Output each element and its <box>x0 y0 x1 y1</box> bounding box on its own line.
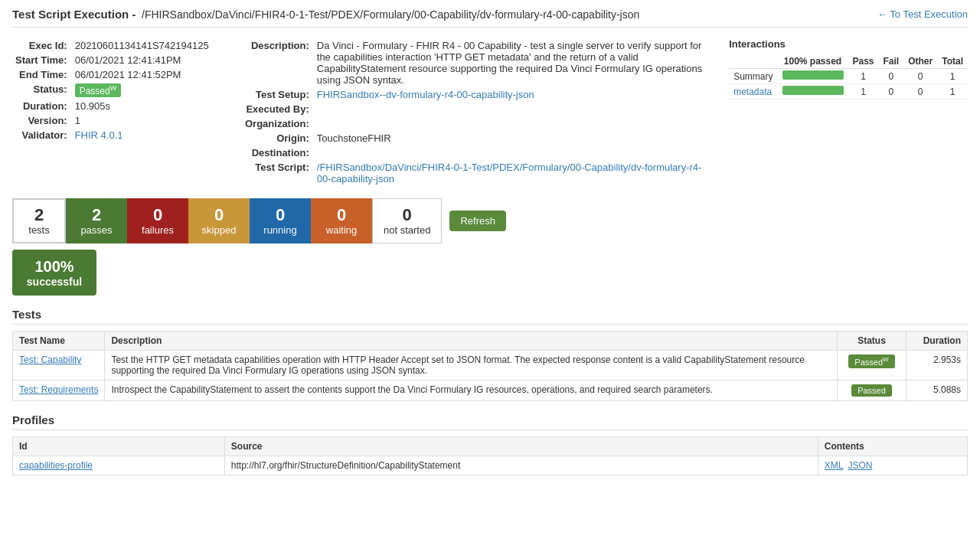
tests-label: tests <box>28 224 49 236</box>
desc-value: Da Vinci - Formulary - FHIR R4 - 00 Capa… <box>314 38 714 87</box>
organization-label: Organization: <box>242 116 314 131</box>
test-script-value: /FHIRSandbox/DaVinci/FHIR4-0-1-Test/PDEX… <box>314 160 714 186</box>
test-description: Test the HTTP GET metadata capabilities … <box>105 351 838 381</box>
tests-table: Test Name Description Status Duration Te… <box>12 331 968 401</box>
status-label: Status: <box>12 82 72 99</box>
exec-id-value: 20210601134141S742194125 <box>72 38 212 53</box>
desc-label: Description: <box>242 38 314 87</box>
test-name-link[interactable]: Test: Requirements <box>19 384 98 395</box>
passes-stat: 2 passes <box>66 198 127 243</box>
tests-num: 2 <box>34 206 44 224</box>
test-status: PassedW <box>838 351 906 381</box>
col-status: Status <box>838 332 906 351</box>
col-passed: 100% passed <box>778 54 848 69</box>
executed-by-value <box>314 102 714 116</box>
interactions-title: Interactions <box>729 38 968 50</box>
profiles-table: Id Source Contents capabilities-profileh… <box>12 436 968 475</box>
test-script-label: Test Script: <box>242 160 314 186</box>
profile-id: capabilities-profile <box>13 456 225 475</box>
skipped-label: skipped <box>202 224 237 236</box>
waiting-label: waiting <box>326 224 357 236</box>
test-description: Introspect the CapabilityStatement to as… <box>105 381 838 401</box>
refresh-button[interactable]: Refresh <box>449 211 506 231</box>
passes-num: 2 <box>92 206 101 224</box>
test-status: Passed <box>838 381 906 401</box>
description-info: Description: Da Vinci - Formulary - FHIR… <box>242 38 714 186</box>
json-link[interactable]: JSON <box>848 460 872 471</box>
origin-label: Origin: <box>242 131 314 145</box>
duration-value: 10.905s <box>72 99 212 113</box>
tests-section-title: Tests <box>12 308 968 325</box>
profile-source: http://hl7.org/fhir/StructureDefinition/… <box>224 456 818 475</box>
table-row: Test: RequirementsIntrospect the Capabil… <box>13 381 968 401</box>
destination-value <box>314 145 714 160</box>
col-other: Other <box>903 54 937 69</box>
profiles-col-id: Id <box>13 437 225 456</box>
end-time-value: 06/01/2021 12:41:52PM <box>72 67 212 82</box>
test-setup-label: Test Setup: <box>242 87 314 102</box>
origin-value: TouchstoneFHIR <box>314 131 714 145</box>
test-duration: 2.953s <box>906 351 968 381</box>
tests-stat: 2 tests <box>12 198 66 243</box>
waiting-num: 0 <box>337 206 346 224</box>
stats-container: 2 tests 2 passes 0 failures 0 skipped 0 … <box>12 198 968 296</box>
profile-contents: XMLJSON <box>818 456 967 475</box>
exec-id-label: Exec Id: <box>12 38 72 53</box>
version-label: Version: <box>12 113 72 128</box>
running-stat: 0 running <box>250 198 311 243</box>
col-test-name: Test Name <box>13 332 105 351</box>
end-time-label: End Time: <box>12 67 72 82</box>
table-row: Test: CapabilityTest the HTTP GET metada… <box>13 351 968 381</box>
failures-label: failures <box>142 224 174 236</box>
version-value: 1 <box>72 113 212 128</box>
destination-label: Destination: <box>242 145 314 160</box>
profiles-col-contents: Contents <box>818 437 967 456</box>
passes-label: passes <box>80 224 112 236</box>
organization-value <box>314 116 714 131</box>
running-label: running <box>263 224 296 236</box>
waiting-stat: 0 waiting <box>311 198 372 243</box>
stats-row: 2 tests 2 passes 0 failures 0 skipped 0 … <box>12 198 968 243</box>
skipped-stat: 0 skipped <box>188 198 250 243</box>
profiles-row: capabilities-profilehttp://hl7.org/fhir/… <box>13 456 968 475</box>
running-num: 0 <box>276 206 285 224</box>
start-time-value: 06/01/2021 12:41:41PM <box>72 53 212 67</box>
duration-label: Duration: <box>12 99 72 113</box>
col-duration: Duration <box>906 332 968 351</box>
xml-link[interactable]: XML <box>825 460 844 471</box>
success-pct: 100% <box>34 258 74 276</box>
validator-value: FHIR 4.0.1 <box>72 128 212 142</box>
notstarted-stat: 0 not started <box>372 198 442 243</box>
failures-num: 0 <box>153 206 162 224</box>
failures-stat: 0 failures <box>127 198 188 243</box>
profiles-section-title: Profiles <box>12 413 968 430</box>
back-link[interactable]: To Test Execution <box>877 8 968 20</box>
profiles-section: Profiles Id Source Contents capabilities… <box>12 413 968 475</box>
info-section: Exec Id: 20210601134141S742194125 Start … <box>12 38 968 186</box>
start-time-label: Start Time: <box>12 53 72 67</box>
page-title: Test Script Execution - /FHIRSandbox/DaV… <box>12 8 639 21</box>
interactions-table: 100% passed Pass Fail Other Total Summar… <box>729 54 968 100</box>
success-label: successful <box>27 276 82 288</box>
interactions-panel: Interactions 100% passed Pass Fail Other… <box>729 38 968 186</box>
exec-info: Exec Id: 20210601134141S742194125 Start … <box>12 38 227 186</box>
profiles-col-source: Source <box>224 437 818 456</box>
col-pass: Pass <box>848 54 879 69</box>
col-fail: Fail <box>879 54 904 69</box>
col-total: Total <box>937 54 968 69</box>
executed-by-label: Executed By: <box>242 102 314 116</box>
validator-label: Validator: <box>12 128 72 142</box>
test-duration: 5.088s <box>906 381 968 401</box>
page-header: Test Script Execution - /FHIRSandbox/DaV… <box>12 8 968 28</box>
tests-section: Tests Test Name Description Status Durat… <box>12 308 968 401</box>
status-value: PassedW <box>72 82 212 99</box>
notstarted-label: not started <box>384 224 430 236</box>
notstarted-num: 0 <box>403 206 412 224</box>
test-name-link[interactable]: Test: Capability <box>19 354 81 365</box>
col-description: Description <box>105 332 838 351</box>
skipped-num: 0 <box>214 206 224 224</box>
test-setup-value: FHIRSandbox--dv-formulary-r4-00-capabili… <box>314 87 714 102</box>
success-box: 100% successful <box>12 250 96 296</box>
